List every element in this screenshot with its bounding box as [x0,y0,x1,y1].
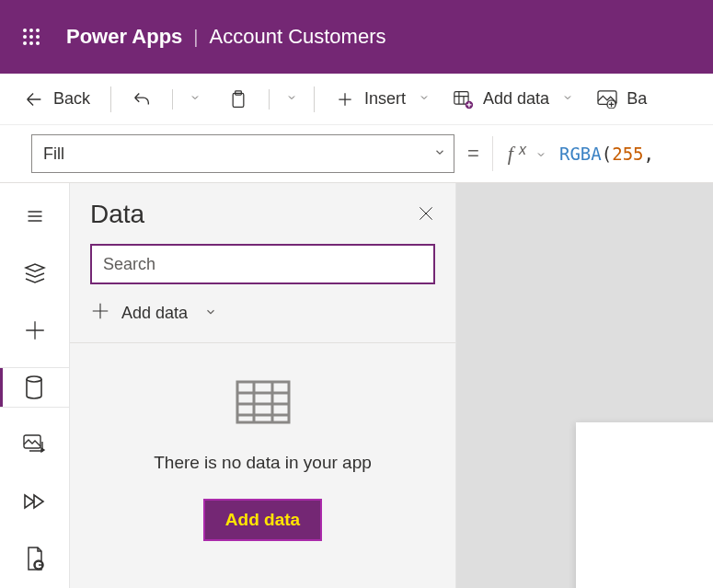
add-data-button[interactable]: Add data [446,84,581,115]
canvas-area[interactable] [456,183,713,588]
plus-icon [335,89,355,110]
svg-point-1 [29,29,33,32]
fx-button[interactable]: fx [492,136,546,171]
svg-point-3 [23,35,27,39]
rail-flows[interactable] [13,481,57,522]
panel-title: Data [90,200,144,229]
svg-point-8 [36,41,40,45]
hamburger-icon [24,207,46,225]
add-data-cta-label: Add data [225,510,300,529]
main-area: Data Add data There is no da [0,183,713,588]
database-badge-icon [454,89,474,110]
formula-arg1: 255 [612,144,643,164]
insert-button[interactable]: Insert [328,84,437,115]
plus-icon [23,318,47,342]
chevron-down-icon [535,142,546,166]
formula-paren: ( [602,144,612,164]
empty-message: There is no data in your app [154,453,372,473]
property-value: Fill [43,144,64,164]
paste-icon [228,89,248,110]
chevron-down-icon [204,304,217,323]
add-data-cta-button[interactable]: Add data [203,499,322,541]
insert-label: Insert [364,89,406,109]
close-icon[interactable] [417,204,435,225]
data-panel: Data Add data There is no da [70,183,456,588]
variables-icon [25,547,45,571]
svg-point-7 [29,41,33,45]
chevron-down-icon [562,92,573,106]
svg-point-5 [36,35,40,39]
property-selector[interactable]: Fill [31,134,454,173]
svg-point-0 [23,29,27,32]
table-icon [236,380,291,427]
svg-point-2 [36,29,40,32]
add-data-label: Add data [121,304,188,323]
rail-variables[interactable] [13,538,57,579]
equals-sign: = [467,142,479,166]
svg-point-4 [29,35,33,39]
chevron-down-icon [190,92,201,106]
back-label: Back [53,89,90,109]
chevron-down-icon [419,92,430,106]
rail-media[interactable] [13,424,57,465]
image-background-icon [597,89,617,110]
back-button[interactable]: Back [17,84,98,115]
left-rail [0,183,70,588]
header-separator: | [193,27,198,48]
paste-menu-button[interactable] [282,86,301,111]
file-name[interactable]: Account Customers [210,25,386,49]
panel-empty-state: There is no data in your app Add data [70,342,455,588]
back-arrow-icon [24,89,44,110]
background-button[interactable]: Ba [590,84,654,115]
search-input[interactable] [90,244,435,284]
svg-point-15 [27,376,41,382]
separator [314,86,315,112]
separator [110,86,111,112]
chevron-down-icon[interactable] [433,144,446,164]
background-label: Ba [627,89,647,109]
rail-insert[interactable] [13,310,57,351]
add-data-dropdown[interactable]: Add data [70,294,455,342]
svg-rect-11 [454,91,468,104]
undo-menu-button[interactable] [186,86,204,111]
svg-point-6 [23,41,27,45]
data-cylinder-icon [25,375,43,399]
separator [269,89,270,110]
flows-icon [23,491,47,512]
paste-button[interactable] [221,84,256,115]
undo-icon [132,89,152,110]
plus-icon [90,301,110,326]
app-name[interactable]: Power Apps [66,25,182,49]
chevron-down-icon [286,92,297,106]
rail-tree-view[interactable] [13,253,57,294]
add-data-label: Add data [483,89,549,109]
formula-fn: RGBA [559,144,602,164]
formula-bar: Fill = fx RGBA(255, [0,125,713,183]
canvas-screen[interactable] [576,422,713,588]
formula-comma: , [644,144,654,164]
media-icon [23,434,47,455]
separator [172,89,173,110]
app-header: Power Apps | Account Customers [0,0,713,74]
formula-input[interactable]: RGBA(255, [559,144,654,164]
command-bar: Back Insert [0,74,713,125]
rail-data[interactable] [0,367,70,408]
waffle-icon[interactable] [15,20,48,53]
rail-hamburger[interactable] [13,196,57,236]
undo-button[interactable] [124,84,159,115]
tree-view-icon [24,262,46,284]
